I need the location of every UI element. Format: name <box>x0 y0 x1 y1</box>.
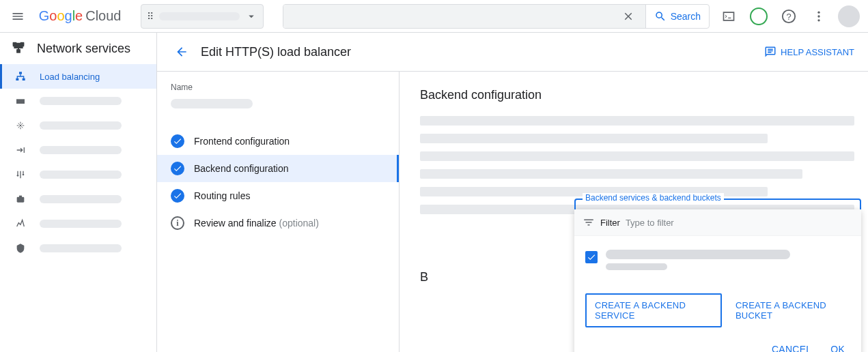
ok-button[interactable]: OK <box>830 344 845 352</box>
backend-selector-popover: Backend services & backend buckets Filte… <box>574 199 861 352</box>
svg-rect-11 <box>16 99 25 104</box>
cancel-button[interactable]: CANCEL <box>772 344 811 352</box>
status-circle-icon <box>750 8 768 25</box>
backend-option-label <box>606 250 790 270</box>
load-balancing-icon <box>14 70 27 83</box>
sidebar-item-6[interactable] <box>0 211 156 236</box>
search-button[interactable]: Search <box>645 5 709 28</box>
steps-column: Name Frontend configuration Backend conf… <box>157 72 400 352</box>
step-frontend[interactable]: Frontend configuration <box>171 128 385 155</box>
sidebar-item-4[interactable] <box>0 162 156 187</box>
popover-create-actions: CREATE A BACKEND SERVICE CREATE A BACKEN… <box>574 284 861 337</box>
account-button[interactable] <box>835 3 863 30</box>
filter-label: Filter <box>600 218 620 228</box>
back-button[interactable] <box>171 41 193 63</box>
info-icon: i <box>171 216 184 230</box>
svg-rect-6 <box>20 42 25 46</box>
checkbox-checked-icon[interactable] <box>585 251 598 263</box>
check-icon <box>171 134 184 148</box>
page-title: Edit HTTP(S) load balancer <box>201 45 351 59</box>
svg-rect-10 <box>23 78 25 80</box>
search-container: Search <box>283 4 710 29</box>
more-vert-icon <box>812 10 826 23</box>
popover-fieldset-label: Backend services & backend buckets <box>583 193 724 203</box>
search-icon <box>654 10 667 23</box>
sidebar-item-5[interactable] <box>0 187 156 211</box>
help-icon: ? <box>781 9 796 24</box>
svg-rect-15 <box>17 197 25 203</box>
svg-rect-9 <box>16 78 18 80</box>
sidebar-item-7[interactable] <box>0 236 156 261</box>
dns-icon <box>14 119 27 132</box>
terminal-icon <box>722 10 736 23</box>
check-icon <box>171 162 184 175</box>
lb-name-value <box>171 99 253 108</box>
nat-icon <box>14 143 27 157</box>
placeholder-bar <box>420 151 854 161</box>
network-services-icon <box>11 41 26 56</box>
sidebar-item-load-balancing[interactable]: Load balancing <box>0 64 156 89</box>
filter-placeholder: Type to filter <box>626 218 674 228</box>
placeholder-bar <box>420 134 768 143</box>
service-icon <box>14 192 27 206</box>
project-icon: ⠿ <box>147 11 154 22</box>
svg-point-3 <box>817 15 820 17</box>
svg-point-4 <box>817 19 820 21</box>
step-routing[interactable]: Routing rules <box>171 182 385 209</box>
name-field-label: Name <box>171 83 385 92</box>
chat-icon <box>764 46 776 58</box>
google-cloud-logo[interactable]: GoogleCloud <box>39 8 122 24</box>
popover-panel: Filter Type to filter CREATE A BACK <box>574 209 861 352</box>
cdn-icon <box>14 94 27 108</box>
sidebar-title: Network services <box>37 42 130 56</box>
svg-rect-7 <box>16 50 20 53</box>
sidebar-item-label: Load balancing <box>40 72 100 82</box>
sidebar-header: Network services <box>0 33 156 64</box>
status-button[interactable] <box>745 3 772 30</box>
search-button-label: Search <box>671 11 701 22</box>
top-bar: GoogleCloud ⠿ Search ? <box>0 0 868 33</box>
popover-footer: CANCEL OK <box>574 337 861 352</box>
help-button[interactable]: ? <box>775 3 802 30</box>
sidebar: Network services Load balancing <box>0 33 157 352</box>
content: Edit HTTP(S) load balancer HELP ASSISTAN… <box>157 33 868 352</box>
placeholder-bar <box>420 116 854 126</box>
filter-row[interactable]: Filter Type to filter <box>574 209 861 236</box>
more-button[interactable] <box>805 3 832 30</box>
security-icon <box>14 241 27 255</box>
svg-point-2 <box>817 11 820 13</box>
sidebar-item-1[interactable] <box>0 89 156 113</box>
svg-rect-16 <box>19 196 22 198</box>
svg-point-12 <box>20 125 22 127</box>
page-header: Edit HTTP(S) load balancer HELP ASSISTAN… <box>157 33 868 72</box>
sidebar-item-3[interactable] <box>0 138 156 162</box>
close-icon <box>622 10 634 23</box>
svg-point-14 <box>23 174 25 176</box>
top-right-actions: ? <box>715 3 863 30</box>
svg-point-13 <box>17 175 19 177</box>
svg-rect-5 <box>13 42 17 46</box>
svg-text:?: ? <box>786 11 791 21</box>
search-clear-button[interactable] <box>617 10 640 23</box>
step-review[interactable]: i Review and finalize (optional) <box>171 209 385 237</box>
svg-rect-8 <box>19 72 22 74</box>
create-backend-bucket-button[interactable]: CREATE A BACKEND BUCKET <box>736 300 850 321</box>
sidebar-item-2[interactable] <box>0 113 156 138</box>
placeholder-bar <box>420 169 802 179</box>
cloud-shell-button[interactable] <box>715 3 742 30</box>
arrow-back-icon <box>175 45 188 59</box>
chevron-down-icon <box>245 10 257 23</box>
create-backend-service-button[interactable]: CREATE A BACKEND SERVICE <box>585 293 722 327</box>
backend-option-row[interactable] <box>574 236 861 284</box>
help-assistant-button[interactable]: HELP ASSISTANT <box>764 46 854 58</box>
filter-icon <box>583 216 595 229</box>
nav-menu-button[interactable] <box>5 3 31 30</box>
check-icon <box>171 189 184 203</box>
avatar-icon <box>838 5 860 27</box>
tiers-icon <box>14 217 27 231</box>
traffic-icon <box>14 168 27 181</box>
project-selector[interactable]: ⠿ <box>141 4 264 29</box>
search-input[interactable] <box>283 5 645 28</box>
hamburger-icon <box>11 10 25 23</box>
step-backend[interactable]: Backend configuration <box>157 155 399 182</box>
